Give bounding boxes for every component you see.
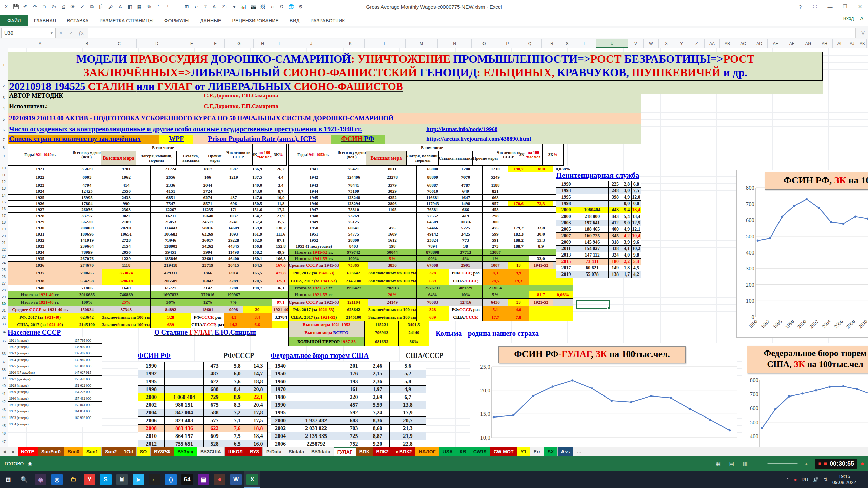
cell[interactable]: 2,36	[366, 378, 390, 386]
cell[interactable]: 7,6	[225, 378, 249, 386]
cell[interactable]: 0,0	[632, 201, 641, 207]
cell[interactable]: 2000	[556, 207, 576, 214]
cell[interactable]	[508, 182, 529, 188]
cell[interactable]: 9998	[224, 306, 243, 313]
cell[interactable]: 592	[342, 409, 366, 417]
population-title-link[interactable]: Население СССР	[8, 329, 93, 338]
cell[interactable]: 2433	[102, 195, 151, 201]
cell[interactable]: 591	[482, 237, 508, 243]
cell[interactable]: 18,8	[249, 425, 268, 432]
cell[interactable]: 198	[368, 243, 416, 249]
cell[interactable]: 239664	[72, 243, 102, 249]
cell[interactable]: 176	[342, 370, 366, 378]
cell[interactable]	[529, 313, 553, 321]
row-header-44[interactable]: 44	[0, 415, 7, 420]
cell[interactable]: 157 432 000	[73, 395, 102, 402]
language-indicator[interactable]: RU	[801, 477, 808, 482]
row-header-15[interactable]: 15	[0, 200, 7, 204]
chart-usa-bureau-title[interactable]: Федеральное бюро тюремСША, ЗК на 100тыс.…	[747, 346, 868, 373]
cell[interactable]: 1995	[271, 409, 290, 417]
cell[interactable]: 7547	[151, 201, 191, 207]
sheet-area[interactable]: МОДЕЛИ ПРАВОСУДИЯ ДОРОШКО-САМАРИНОЙ: УНИ…	[8, 48, 868, 447]
cell[interactable]: 2258792	[290, 440, 342, 447]
cell[interactable]: 6,5	[225, 440, 249, 447]
cell[interactable]	[529, 182, 553, 188]
cell[interactable]: 4787	[449, 182, 482, 188]
cell[interactable]: 5,8	[390, 378, 426, 386]
cell[interactable]: 4,1	[224, 313, 243, 321]
cell[interactable]: 1817	[191, 166, 224, 172]
cell[interactable]: 577	[204, 417, 225, 425]
cell[interactable]: 1943	[289, 182, 339, 188]
cell[interactable]: 5225	[449, 225, 482, 231]
cell[interactable]: 219418	[151, 262, 191, 269]
cell[interactable]: 8,4	[225, 386, 249, 393]
skype-icon[interactable]: S	[98, 471, 114, 488]
new-file-icon[interactable]: 🗋	[40, 2, 49, 11]
recorder-stop-icon[interactable]: ⏹	[824, 460, 827, 467]
cell[interactable]: 72552	[416, 213, 449, 219]
cell[interactable]: 36017	[191, 237, 224, 243]
sheet-tab-ВУЗущ[interactable]: ВУЗущ	[174, 447, 197, 456]
cell[interactable]: 5994	[191, 249, 224, 256]
row-header-36[interactable]: 36	[0, 352, 7, 356]
cell[interactable]: 328618	[102, 277, 151, 285]
row-header-26[interactable]: 26	[0, 274, 7, 279]
show-desktop-button[interactable]	[861, 473, 863, 486]
cell[interactable]: 49,9	[272, 249, 290, 256]
cell[interactable]: 26036	[72, 207, 102, 213]
cell[interactable]: 1926 (17 декабря)	[8, 369, 73, 376]
cell[interactable]: 25853	[151, 219, 191, 225]
cell[interactable]: 114443	[151, 225, 191, 231]
cell[interactable]: 1990	[138, 362, 165, 370]
cell[interactable]: 864 197	[165, 432, 204, 440]
row-header-5[interactable]: 5	[0, 117, 7, 121]
column-header-AJ[interactable]: AJ	[846, 39, 858, 48]
column-header-Q[interactable]: Q	[518, 39, 542, 48]
sheet-tab-Ass[interactable]: Ass	[558, 447, 574, 456]
cell[interactable]: Среднее СССР за 1921-40 гг.	[8, 306, 72, 313]
cell[interactable]: 1927 (декабрь)	[8, 376, 73, 382]
cell[interactable]: 300	[482, 219, 508, 225]
tab-scroll-right-icon[interactable]: ▶	[9, 447, 18, 456]
cell[interactable]	[529, 306, 553, 313]
cell[interactable]: 1990	[271, 401, 290, 409]
sheet-tab-Skdata[interactable]: Skdata	[285, 447, 308, 456]
cell[interactable]: 5,4	[622, 214, 632, 220]
cell[interactable]: 151,6	[243, 207, 272, 213]
cell[interactable]: 2009	[556, 239, 576, 246]
sheet-tab-PrData[interactable]: PrData	[263, 447, 285, 456]
cell[interactable]: США/СССР,	[449, 277, 482, 285]
cell[interactable]: 150834	[72, 306, 102, 313]
active-course-link[interactable]: 20210919 210113 00 АКТИВ - ПОДГОТОВКА УС…	[9, 115, 619, 124]
cell[interactable]: 170,5	[243, 277, 272, 285]
column-header-AI[interactable]: AI	[833, 39, 846, 48]
cell[interactable]: 28,5	[482, 277, 508, 285]
cell[interactable]: 12%	[191, 299, 224, 306]
sheet-tab-SunFur0[interactable]: SunFur0	[38, 447, 64, 456]
column-header-E[interactable]: E	[177, 39, 206, 48]
cell[interactable]: 17,9	[390, 409, 426, 417]
ribbon-tab-вид[interactable]: ВИД	[284, 15, 305, 26]
cell[interactable]: 71806	[72, 285, 102, 291]
cell[interactable]: 2011	[556, 246, 576, 252]
cell[interactable]: 9,9	[508, 269, 529, 277]
percent-style-icon[interactable]: %	[144, 2, 153, 11]
cell[interactable]: 675	[204, 401, 225, 409]
sheet-tab-ВУЗdata[interactable]: ВУЗdata	[308, 447, 334, 456]
cell[interactable]: 8403	[339, 243, 368, 249]
row-header-33[interactable]: 33	[0, 322, 7, 326]
cell[interactable]: 24149	[368, 299, 416, 306]
cell[interactable]: 136 909 000	[73, 344, 102, 350]
cell[interactable]: 123248	[339, 195, 368, 201]
insert-function-icon[interactable]: ƒx	[76, 28, 86, 38]
cell[interactable]: 15640	[191, 213, 224, 219]
comma-style-icon[interactable]: ٬	[154, 2, 163, 11]
cell[interactable]: 159,8	[243, 225, 272, 231]
cell[interactable]: 154 027	[576, 246, 609, 252]
cell[interactable]: 5,4	[632, 259, 641, 265]
cell[interactable]: 7070	[449, 172, 482, 182]
cell[interactable]: 1925 (январь)	[8, 363, 73, 369]
cell[interactable]: 12,0	[632, 194, 641, 201]
cell[interactable]: 1950	[271, 370, 290, 378]
